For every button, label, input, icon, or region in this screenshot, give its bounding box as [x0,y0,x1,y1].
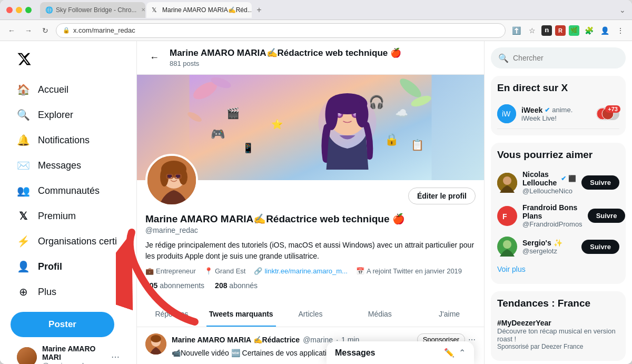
trend-sub-0: Découvre ton récap musical en version ro… [497,327,619,343]
tab-medias[interactable]: Médias [345,302,414,327]
sidebar-item-plus[interactable]: ⊕ Plus [11,280,126,303]
suggest-name-1: Frandroid Bons Plans [522,203,582,220]
twitter-logo[interactable] [11,46,126,74]
profile-avatar [145,154,198,206]
profile-stats: 205 abonnements 208 abonnés [145,281,476,290]
search-box[interactable]: 🔍 [491,47,626,68]
main-content: ← Marine AMARO MARIA✍️Rédactrice web tec… [137,41,485,364]
suggest-avatar-2 [497,237,517,257]
svg-point-47 [503,240,511,249]
new-message-icon[interactable]: ✏️ [444,348,455,358]
meta-location: 📍 Grand Est [204,267,246,275]
browser-titlebar: 🌐 Sky Follower Bridge - Chro... ✕ 𝕏 Mari… [0,0,632,20]
svg-text:📱: 📱 [242,142,254,154]
community-icon: 👥 [17,184,29,197]
tabs-bar: 🌐 Sky Follower Bridge - Chro... ✕ 𝕏 Mari… [40,2,626,18]
menu-icon[interactable]: ⋮ [614,24,627,37]
suggest-handle-1: @FrandroidPromos [522,220,582,228]
profile-tabs: Réponses Tweets marquants Articles Média… [137,302,484,327]
extensions-icon[interactable]: 🧩 [582,24,595,37]
sidebar-item-messages[interactable]: ✉️ Messages [11,154,126,177]
tab-close-1[interactable]: ✕ [140,6,145,14]
tab-reponses[interactable]: Réponses [137,302,206,327]
sidebar-item-communautes[interactable]: 👥 Communautés [11,179,126,202]
sidebar-item-premium[interactable]: 𝕏 Premium [11,204,126,228]
edit-profile-button[interactable]: Éditer le profil [408,188,476,204]
tab-favicon-2: 𝕏 [152,6,159,14]
tab-label-1: Sky Follower Bridge - Chro... [56,6,136,14]
messages-actions: ✏️ ⌃ [444,348,466,358]
search-input[interactable] [513,54,618,62]
new-tab-button[interactable]: + [253,4,265,16]
post-button[interactable]: Poster [11,312,114,337]
follow-button-1[interactable]: Suivre [588,209,626,223]
stat-following[interactable]: 205 abonnements [145,281,204,290]
see-more-link[interactable]: Voir plus [497,261,619,278]
sidebar-label-explorer: Explorer [38,110,73,121]
profile-avatar-wrap: Éditer le profil [137,154,484,206]
url-bar[interactable]: 🔒 x.com/marine_redac [56,23,506,38]
suggest-item-0: Nicolas Lellouche ✔ ⬛ @LelloucheNico Sui… [497,166,619,199]
share-icon[interactable]: ⬆️ [510,24,522,37]
back-button[interactable]: ← [145,49,163,67]
tab-articles[interactable]: Articles [276,302,345,327]
sidebar-user-handle: @marine_redac [42,361,106,364]
tab-marine[interactable]: 𝕏 Marine AMARO MARIA✍️Réd... ✕ [146,2,252,18]
profile-header: ← Marine AMARO MARIA✍️Rédactrice web tec… [137,41,484,75]
svg-point-28 [160,168,169,186]
profile-meta: 💼 Entrepreneur 📍 Grand Est 🔗 linktr.ee/m… [145,267,476,275]
follow-button-2[interactable]: Suivre [581,240,619,254]
svg-text:🔒: 🔒 [384,132,399,146]
svg-text:F: F [502,212,507,221]
svg-point-44 [497,206,517,226]
sidebar-item-profil[interactable]: 👤 Profil [11,255,126,278]
live-item[interactable]: iW iWeek ✔ anime. iWeek Live! [497,99,619,129]
live-section: En direct sur X iW iWeek ✔ anime. [491,76,626,135]
bookmark-icon[interactable]: ☆ [526,24,538,37]
minimize-button[interactable] [16,7,22,13]
stat-followers[interactable]: 208 abonnés [215,281,258,290]
trending-section: Tendances : France #MyDeezerYear Découvr… [491,291,626,361]
sidebar-user[interactable]: Marine AMARO MARI @marine_redac ⋯ [11,339,126,364]
refresh-nav-button[interactable]: ↻ [39,24,52,37]
close-button[interactable] [6,7,13,13]
suggest-item-1: F Frandroid Bons Plans @FrandroidPromos … [497,199,619,232]
sidebar-item-accueil[interactable]: 🏠 Accueil [11,78,126,101]
sidebar-user-name: Marine AMARO MARI [42,345,106,361]
sidebar-item-organisations[interactable]: ⚡ Organisations certi [11,230,126,253]
trend-item-0[interactable]: #MyDeezerYear Découvre ton récap musical… [497,314,619,355]
collapse-messages-icon[interactable]: ⌃ [459,348,466,358]
lock-icon: 🔒 [63,27,70,34]
trend-tag-0: #MyDeezerYear [497,319,619,327]
tab-jaime[interactable]: J'aime [414,302,484,327]
tab-sky-follower[interactable]: 🌐 Sky Follower Bridge - Chro... ✕ [40,2,145,18]
live-badge-wrap: +73 [596,107,619,120]
ext-notion-icon[interactable]: 𝕟 [541,25,552,36]
profile-name: Marine AMARO MARIA✍️Rédactrice web techn… [145,213,476,225]
sidebar-user-info: Marine AMARO MARI @marine_redac [42,345,106,364]
follow-button-0[interactable]: Suivre [581,175,619,190]
svg-point-43 [503,176,511,185]
tab-tweets-marquants[interactable]: Tweets marquants [206,302,276,327]
sidebar-label-communautes: Communautés [38,185,100,196]
meta-date: 📅 A rejoint Twitter en janvier 2019 [356,267,462,275]
profile-icon[interactable]: 👤 [598,24,611,37]
plus-circle-icon: ⊕ [17,286,29,298]
profile-bio: Je rédige principalement des tutoriels (… [145,240,476,262]
suggestions-section: Vous pourriez aimer Nicolas Lellouche ✔ [491,143,626,284]
sidebar-item-explorer[interactable]: 🔍 Explorer [11,103,126,126]
ext-green-icon[interactable]: 🌿 [569,25,579,36]
sidebar-item-notifications[interactable]: 🔔 Notifications [11,129,126,152]
svg-text:🎬: 🎬 [226,107,240,120]
person-icon: 👤 [17,260,29,273]
back-nav-button[interactable]: ← [5,24,18,37]
meta-link[interactable]: 🔗 linktr.ee/marine.amaro_m... [254,267,348,275]
maximize-button[interactable] [25,7,32,13]
trend-sponsored-0: Sponsorisé par Deezer France [497,343,619,350]
live-avatar: iW [497,104,516,123]
forward-nav-button[interactable]: → [22,24,35,37]
messages-panel-title: Messages [335,348,440,358]
ext-r-icon[interactable]: R [555,25,566,36]
live-count: +73 [605,105,620,113]
tab-menu-icon[interactable]: ⌄ [619,6,626,14]
